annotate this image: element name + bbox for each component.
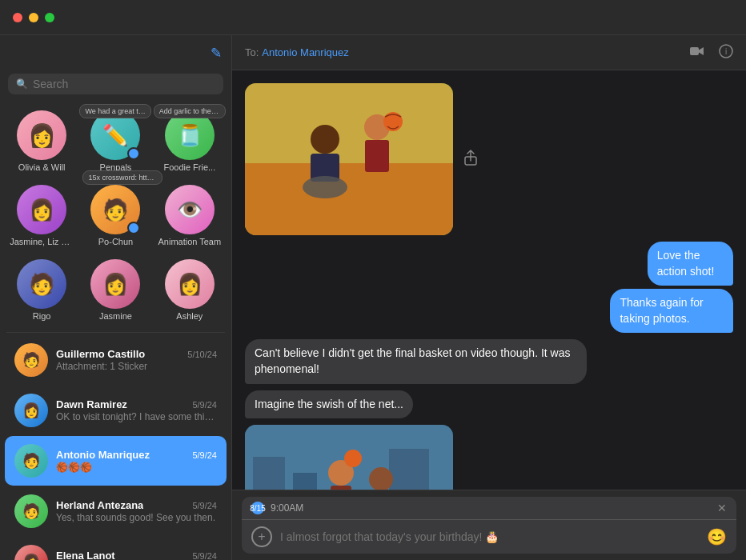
sidebar-header: ✎ [0, 35, 231, 70]
outgoing-stack: Love the action shot! Thanks again for t… [245, 242, 733, 333]
pinned-item-foodie[interactable]: Add garlic to the butter, and then... 🫙 … [154, 106, 225, 177]
conv-avatar-guillermo: 🧑 [14, 343, 48, 377]
foodie-bubble: Add garlic to the butter, and then... [154, 104, 226, 118]
chat-header-icons: i [690, 44, 733, 62]
icloud-indicator: 8/15 [251, 502, 264, 514]
pinned-grid-row1: 👩 Olivia & Will We had a great time. Hom… [6, 106, 225, 177]
svg-rect-15 [389, 449, 429, 490]
conv-date-elena: 5/9/24 [192, 551, 217, 561]
chat-header: To: Antonio Manriquez i [232, 35, 746, 70]
msg-bubble-cantbelieve: Can't believe I didn't get the final bas… [245, 339, 587, 383]
maximize-button[interactable] [45, 13, 54, 22]
input-top-bar: 8/15 9:00AM ✕ [242, 497, 736, 519]
pinned-item-animteam[interactable]: 👁️ Animation Team [154, 180, 225, 251]
chat-to-label: To: [245, 46, 259, 58]
search-container: 🔍 [0, 70, 231, 101]
pinned-item-jasmineliz[interactable]: 👩 Jasmine, Liz &... [6, 180, 77, 251]
svg-point-7 [303, 176, 347, 198]
msg-image-basketball2 [245, 425, 453, 490]
msg-image2-container [245, 425, 453, 490]
conv-name-dawn: Dawn Ramirez [56, 398, 127, 410]
conv-preview-guillermo: Attachment: 1 Sticker [56, 361, 217, 372]
conv-item-guillermo[interactable]: 🧑 Guillermo Castillo 5/10/24 Attachment:… [5, 335, 227, 385]
conv-avatar-elena: 👩 [14, 545, 48, 560]
main-container: ✎ 🔍 👩 Olivia & Will [0, 35, 746, 560]
minimize-button[interactable] [29, 13, 38, 22]
pinned-item-pochun[interactable]: 15x crossword: https://apple.news/... 🧑 … [80, 180, 150, 251]
pinned-name-jasmine2: Jasmine [99, 311, 132, 321]
conv-preview-herland: Yes, that sounds good! See you then. [56, 512, 217, 523]
info-icon[interactable]: i [719, 44, 733, 62]
search-input[interactable] [33, 78, 215, 90]
conv-item-herland[interactable]: 🧑 Herland Antezana 5/9/24 Yes, that soun… [5, 486, 227, 536]
video-call-icon[interactable] [690, 46, 704, 60]
chat-recipient-name[interactable]: Antonio Manriquez [262, 46, 348, 58]
msg-bubble-swish: Imagine the swish of the net... [245, 390, 413, 419]
add-attachment-button[interactable]: + [251, 526, 272, 547]
close-button[interactable] [13, 13, 22, 22]
pinned-name-animteam: Animation Team [158, 237, 221, 246]
svg-text:i: i [725, 47, 727, 56]
pinned-avatar-ashley: 👩 [165, 259, 215, 309]
msg-row-image1 [245, 83, 733, 235]
chat-panel: To: Antonio Manriquez i [232, 35, 746, 560]
conv-name-guillermo: Guillermo Castillo [56, 348, 145, 360]
conv-date-guillermo: 5/10/24 [187, 350, 217, 359]
svg-rect-16 [293, 473, 317, 490]
svg-rect-14 [253, 457, 285, 490]
pinned-item-ashley[interactable]: 👩 Ashley [154, 254, 225, 326]
msg-row-thanks: Thanks again for taking photos. [558, 289, 733, 333]
pochun-bubble: 15x crossword: https://apple.news/... [82, 170, 162, 185]
pinned-name-olivia: Olivia & Will [18, 162, 66, 172]
conv-content-elena: Elena Lanot 5/9/24 Hi! Just checking in.… [56, 550, 217, 560]
pinned-item-olivia[interactable]: 👩 Olivia & Will [6, 106, 77, 177]
svg-rect-18 [331, 486, 351, 490]
pinned-avatar-olivia: 👩 [17, 110, 66, 160]
input-area: 8/15 9:00AM ✕ + 😊 [232, 490, 746, 560]
pinned-grid-row2: 👩 Jasmine, Liz &... 15x crossword: https… [6, 180, 225, 251]
traffic-lights [13, 13, 54, 22]
pinned-item-penpals[interactable]: We had a great time. Home with th... ✏️ … [80, 106, 150, 177]
conv-content-guillermo: Guillermo Castillo 5/10/24 Attachment: 1… [56, 348, 217, 372]
conv-content-dawn: Dawn Ramirez 5/9/24 OK to visit tonight?… [56, 398, 217, 422]
conv-date-antonio: 5/9/24 [192, 450, 217, 460]
conv-name-herland: Herland Antezana [56, 499, 143, 511]
msg-bubble-loveit: Love the action shot! [648, 242, 733, 286]
msg-row-cantbelieve: Can't believe I didn't get the final bas… [245, 339, 733, 383]
conv-name-antonio: Antonio Manriquez [56, 449, 150, 461]
conv-date-herland: 5/9/24 [192, 501, 217, 510]
conv-item-dawn[interactable]: 👩 Dawn Ramirez 5/9/24 OK to visit tonigh… [5, 386, 227, 435]
msg-row-image2 [245, 425, 733, 490]
msg-row-swish: Imagine the swish of the net... [245, 390, 733, 419]
penpals-bubble: We had a great time. Home with th... [79, 104, 151, 118]
svg-rect-4 [245, 163, 453, 235]
conv-item-elena[interactable]: 👩 Elena Lanot 5/9/24 Hi! Just checking i… [5, 537, 227, 560]
message-input[interactable] [280, 530, 699, 543]
pinned-avatar-jasmine2: 👩 [90, 259, 140, 309]
input-close-button[interactable]: ✕ [717, 502, 727, 514]
input-bottom-bar: + 😊 [242, 519, 736, 554]
pinned-name-ashley: Ashley [176, 311, 203, 321]
penpals-badge [127, 147, 140, 160]
pochun-badge [127, 222, 140, 234]
msg-image-basketball1 [245, 83, 453, 235]
pinned-name-foodie: Foodie Frie... [163, 162, 215, 172]
conv-item-antonio[interactable]: 🧑 Antonio Manriquez 5/9/24 🏀🏀🏀 [5, 436, 227, 486]
conv-content-antonio: Antonio Manriquez 5/9/24 🏀🏀🏀 [56, 449, 217, 473]
pinned-avatar-animteam: 👁️ [165, 185, 215, 234]
conv-avatar-herland: 🧑 [14, 494, 48, 528]
pinned-item-jasmine2[interactable]: 👩 Jasmine [80, 254, 150, 326]
pinned-grid-row3: 🧑 Rigo 👩 Jasmine � [6, 254, 225, 326]
pinned-name-pochun: Po-Chun [98, 237, 133, 246]
share-button-1[interactable] [464, 150, 477, 169]
conv-name-elena: Elena Lanot [56, 550, 115, 560]
conv-avatar-dawn: 👩 [14, 394, 48, 427]
msg-image1-container [245, 83, 453, 235]
search-box[interactable]: 🔍 [8, 74, 223, 94]
emoji-button[interactable]: 😊 [707, 527, 727, 546]
pinned-item-rigo[interactable]: 🧑 Rigo [6, 254, 77, 326]
pinned-avatar-rigo: 🧑 [17, 259, 66, 309]
sidebar-divider [6, 332, 225, 333]
conv-date-dawn: 5/9/24 [192, 400, 217, 410]
compose-button[interactable]: ✎ [211, 45, 222, 62]
